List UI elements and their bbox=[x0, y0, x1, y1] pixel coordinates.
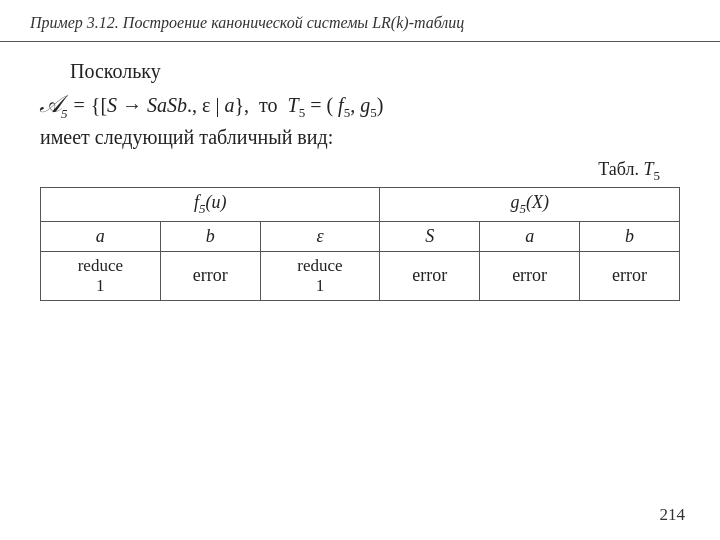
table-label: Табл. T5 bbox=[40, 159, 680, 184]
formula-line: 𝒜5 = {[S → SaSb., ε | a}, то T5 = ( f5, … bbox=[40, 91, 680, 122]
f5-group-header: f5(u) bbox=[41, 188, 380, 222]
col-header-b2: b bbox=[580, 221, 680, 251]
a5-symbol: 𝒜5 bbox=[40, 91, 68, 122]
has-view-line: имеет следующий табличный вид: bbox=[40, 126, 680, 149]
header: Пример 3.12. Построение канонической сис… bbox=[0, 0, 720, 42]
cell-error-S: error bbox=[380, 251, 480, 300]
col-header-a1: a bbox=[41, 221, 161, 251]
lr-table: f5(u) g5(X) a b ε S a b re bbox=[40, 187, 680, 301]
col-header-eps: ε bbox=[260, 221, 380, 251]
header-title: Пример 3.12. Построение канонической сис… bbox=[30, 14, 464, 31]
page-number-text: 214 bbox=[660, 505, 686, 524]
page: Пример 3.12. Построение канонической сис… bbox=[0, 0, 720, 540]
col-header-a2: a bbox=[480, 221, 580, 251]
because-line: Поскольку bbox=[40, 60, 680, 83]
table-label-text: Табл. T5 bbox=[598, 159, 660, 179]
equals-sign: = bbox=[74, 94, 85, 117]
cell-error-b2: error bbox=[580, 251, 680, 300]
cell-reduce1-eps: reduce1 bbox=[260, 251, 380, 300]
content: Поскольку 𝒜5 = {[S → SaSb., ε | a}, то T… bbox=[0, 42, 720, 311]
has-view-text: имеет следующий табличный вид: bbox=[40, 126, 333, 148]
col-header-row: a b ε S a b bbox=[41, 221, 680, 251]
set-expression: {[S → SaSb., ε | a}, то T5 = ( f5, g5) bbox=[91, 94, 384, 121]
page-number: 214 bbox=[660, 505, 686, 525]
because-text: Поскольку bbox=[70, 60, 161, 82]
cell-error-b1: error bbox=[160, 251, 260, 300]
col-header-b1: b bbox=[160, 221, 260, 251]
cell-error-a2: error bbox=[480, 251, 580, 300]
table-row: reduce1 error reduce1 error error error bbox=[41, 251, 680, 300]
group-header-row: f5(u) g5(X) bbox=[41, 188, 680, 222]
g5-group-header: g5(X) bbox=[380, 188, 680, 222]
col-header-S: S bbox=[380, 221, 480, 251]
cell-reduce1-a: reduce1 bbox=[41, 251, 161, 300]
